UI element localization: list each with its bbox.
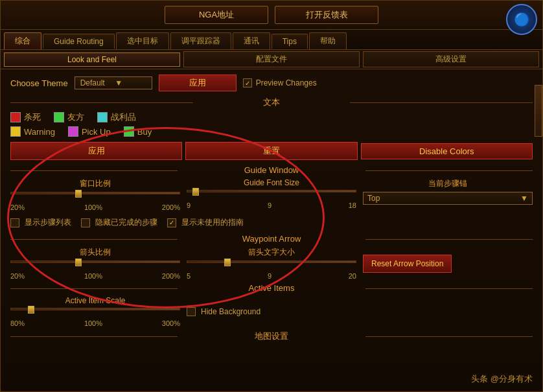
scroll-handle[interactable]	[535, 85, 542, 137]
buy-label: Buy	[137, 127, 152, 137]
arrow-font-range: 5 9 20	[187, 272, 356, 280]
tab-tips[interactable]: Tips	[272, 34, 308, 49]
active-item-scale-col: Active Item Scale 80% 100% 300%	[10, 296, 180, 327]
content-area: Choose Theme Default ▼ 应用 ✓ Preview Chan…	[1, 69, 542, 351]
loot-color-swatch[interactable]	[97, 112, 108, 122]
arrow-font-value: 9	[268, 272, 272, 280]
preview-row: ✓ Preview Changes	[243, 78, 317, 87]
arrow-scale-value: 100%	[84, 272, 102, 280]
guide-font-label: Guide Font Size	[187, 178, 356, 187]
chevron-down-icon: ▼	[115, 78, 146, 87]
theme-label: Choose Theme	[10, 78, 68, 88]
reset-arrow-button[interactable]: Reset Arrow Position	[363, 255, 452, 273]
theme-row: Choose Theme Default ▼ 应用 ✓ Preview Chan…	[10, 75, 533, 91]
guide-font-thumb[interactable]	[192, 188, 199, 196]
tab-bar: 综合 Guide Routing 选中目标 调平跟踪器 通讯 Tips 帮助	[1, 30, 542, 49]
waypoint-controls: 箭头比例 20% 100% 200% 箭头文字大小	[10, 247, 533, 280]
arrow-font-min: 5	[187, 272, 191, 280]
kill-color-swatch[interactable]	[10, 112, 21, 122]
guide-font-range: 9 9 18	[187, 202, 356, 209]
tab-综合[interactable]: 综合	[4, 32, 41, 49]
color-option-kill: 杀死	[10, 111, 41, 123]
hide-background-col: Hide Background	[187, 305, 356, 319]
theme-select[interactable]: Default ▼	[75, 76, 152, 89]
active-item-scale-thumb[interactable]	[28, 306, 34, 314]
current-step-arrow-icon: ▼	[520, 194, 528, 203]
text-apply-button[interactable]: 应用	[10, 142, 182, 160]
buy-color-swatch[interactable]	[124, 126, 134, 137]
color-option-pickup: Pick Up	[68, 126, 111, 137]
arrow-font-slider[interactable]	[187, 260, 356, 270]
ally-color-swatch[interactable]	[54, 112, 64, 122]
window-scale-thumb[interactable]	[75, 190, 82, 198]
text-reset-button[interactable]: 重置	[185, 142, 357, 160]
kill-label: 杀死	[24, 111, 41, 123]
hide-background-checkbox[interactable]	[187, 307, 196, 316]
arrow-scale-thumb[interactable]	[75, 259, 82, 266]
sub-tab-advanced[interactable]: 高级设置	[363, 51, 539, 67]
arrow-scale-max: 200%	[162, 272, 180, 280]
arrow-font-label: 箭头文字大小	[187, 247, 356, 258]
tab-select-target[interactable]: 选中目标	[116, 32, 169, 49]
active-item-scale-value: 100%	[84, 319, 102, 327]
arrow-scale-range: 20% 100% 200%	[10, 272, 180, 280]
show-unused-checkbox[interactable]: ✓	[167, 218, 176, 227]
color-option-warning: Warning	[10, 126, 55, 137]
window-scale-range: 20% 100% 200%	[10, 203, 180, 211]
tab-guide-routing[interactable]: Guide Routing	[43, 34, 115, 49]
watermark: 头条 @分身有术	[471, 373, 533, 385]
guide-font-slider-track[interactable]	[187, 190, 356, 199]
window-scale-value: 100%	[84, 203, 102, 211]
hide-background-row: Hide Background	[187, 307, 356, 316]
preview-label: Preview Changes	[256, 78, 317, 87]
sub-tab-profile[interactable]: 配置文件	[183, 51, 360, 67]
theme-select-value: Default	[80, 78, 112, 87]
arrow-scale-slider[interactable]	[10, 260, 180, 270]
logo-icon: 🔵	[514, 12, 530, 27]
color-option-loot: 战利品	[97, 111, 136, 123]
nga-address-button[interactable]: NGA地址	[165, 6, 268, 24]
warning-label: Warning	[24, 127, 55, 137]
apply-theme-button[interactable]: 应用	[159, 75, 237, 91]
guide-window-header: Guide Window	[10, 165, 533, 175]
arrow-font-thumb[interactable]	[224, 259, 231, 266]
current-step-col: 当前步骤锚 Top ▼	[363, 178, 533, 211]
window-scale-col: 窗口比例 20% 100% 200%	[10, 178, 180, 211]
pickup-label: Pick Up	[82, 127, 111, 137]
warning-color-swatch[interactable]	[10, 126, 21, 137]
active-items-header: Active Items	[10, 283, 533, 293]
sub-tab-look-and-feel[interactable]: Look and Feel	[4, 52, 180, 67]
ally-label: 友方	[67, 111, 84, 123]
preview-checkbox[interactable]: ✓	[243, 78, 252, 87]
current-step-dropdown[interactable]: Top ▼	[363, 192, 533, 205]
window-scale-min: 20%	[10, 203, 25, 211]
guide-font-value: 9	[268, 202, 272, 209]
active-item-scale-min: 80%	[10, 319, 25, 327]
tab-tracker[interactable]: 调平跟踪器	[170, 32, 231, 49]
guide-checkboxes: 显示步骤列表 隐藏已完成的步骤 ✓ 显示未使用的指南	[10, 214, 533, 231]
map-section-header: 地图设置	[10, 330, 533, 342]
disable-colors-button[interactable]: Disable Colors	[361, 143, 533, 159]
text-section-header: 文本	[10, 97, 533, 108]
pickup-color-swatch[interactable]	[68, 126, 78, 137]
top-bar: NGA地址 打开反馈表	[1, 1, 542, 30]
tab-communication[interactable]: 通讯	[233, 32, 270, 49]
color-options-row-1: 杀死 友方 战利品	[10, 111, 533, 123]
tab-help[interactable]: 帮助	[309, 32, 347, 49]
guide-window-controls: 窗口比例 20% 100% 200% Guide Font Size	[10, 178, 533, 211]
active-item-scale-label: Active Item Scale	[10, 296, 180, 305]
window-scale-slider-track[interactable]	[10, 192, 180, 201]
arrow-scale-min: 20%	[10, 272, 25, 280]
window-scale-label: 窗口比例	[10, 178, 180, 189]
active-item-scale-slider[interactable]	[10, 308, 180, 317]
logo-circle: 🔵	[506, 4, 537, 35]
active-items-controls: Active Item Scale 80% 100% 300% Hide Bac…	[10, 296, 533, 327]
color-option-ally: 友方	[54, 111, 84, 123]
hide-completed-checkbox[interactable]	[81, 218, 90, 227]
arrow-font-max: 20	[349, 272, 356, 280]
show-step-list-checkbox[interactable]	[10, 218, 19, 227]
active-item-scale-max: 300%	[162, 319, 180, 327]
open-feedback-button[interactable]: 打开反馈表	[275, 6, 378, 24]
window-scale-max: 200%	[162, 203, 180, 211]
show-unused-row: ✓ 显示未使用的指南	[167, 217, 244, 228]
